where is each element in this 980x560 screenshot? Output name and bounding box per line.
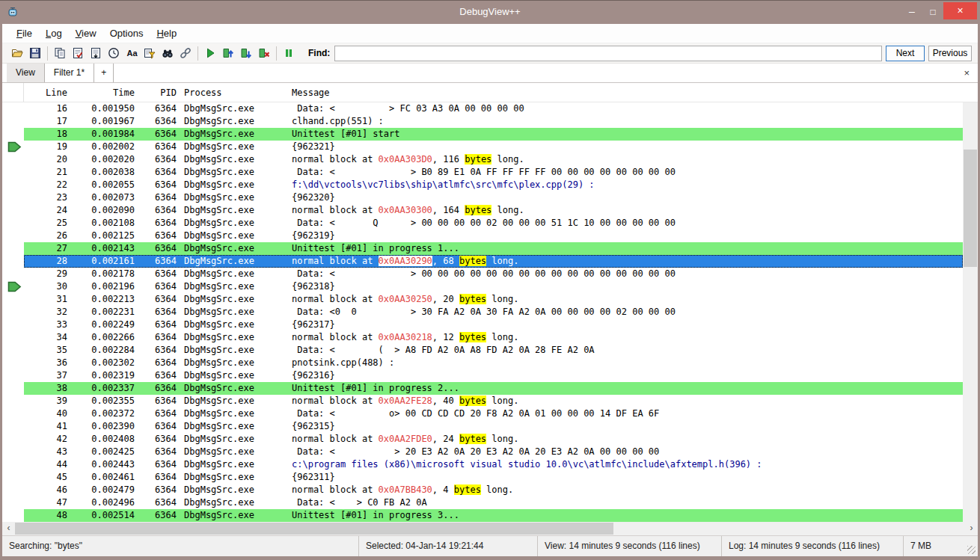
- column-header-time[interactable]: Time: [67, 87, 135, 98]
- column-header-pid[interactable]: PID: [135, 87, 177, 98]
- table-row[interactable]: 250.0021086364DbgMsgSrc.exe Data: < Q > …: [2, 217, 963, 230]
- table-row[interactable]: 460.0024796364DbgMsgSrc.exenormal block …: [2, 484, 963, 496]
- bookmark-up-button[interactable]: [219, 44, 237, 62]
- vertical-scrollbar-thumb[interactable]: [964, 150, 977, 267]
- cell-process: DbgMsgSrc.exe: [177, 280, 290, 293]
- row-gutter: [2, 344, 24, 357]
- row-body: 480.0025146364DbgMsgSrc.exeUnittest [#01…: [24, 509, 963, 522]
- status-selected: Selected: 04-Jan-14 19:21:44: [359, 536, 538, 556]
- cell-process: DbgMsgSrc.exe: [177, 204, 290, 217]
- copy-button[interactable]: [51, 44, 69, 62]
- row-gutter: [2, 369, 24, 382]
- log-grid: Line Time PID Process Message 160.001950…: [2, 83, 978, 522]
- table-row[interactable]: 420.0024086364DbgMsgSrc.exenormal block …: [2, 433, 963, 446]
- table-row[interactable]: 350.0022846364DbgMsgSrc.exe Data: < ( > …: [2, 344, 963, 357]
- table-row[interactable]: 440.0024436364DbgMsgSrc.exec:\program fi…: [2, 458, 963, 471]
- menu-item-log[interactable]: Log: [39, 24, 69, 43]
- bookmark-up-icon: [222, 47, 234, 59]
- table-row[interactable]: 390.0023556364DbgMsgSrc.exenormal block …: [2, 395, 963, 407]
- cell-process: DbgMsgSrc.exe: [177, 344, 290, 357]
- next-button[interactable]: Next: [886, 46, 925, 61]
- table-row[interactable]: 370.0023196364DbgMsgSrc.exe{962316}: [2, 369, 963, 382]
- cell-message: Data: < o> 00 CD CD CD 20 F8 A2 0A 01 00…: [290, 407, 963, 420]
- find-label: Find:: [308, 48, 330, 58]
- cell-message: Data: < > C0 FB A2 0A: [290, 496, 963, 509]
- column-header-line[interactable]: Line: [24, 87, 67, 98]
- table-row[interactable]: 190.0020026364DbgMsgSrc.exe{962321}: [2, 141, 963, 153]
- resize-grip[interactable]: [967, 546, 976, 554]
- scroll-left-arrow-icon[interactable]: ‹: [2, 522, 15, 535]
- table-row[interactable]: 450.0024616364DbgMsgSrc.exe{962311}: [2, 471, 963, 484]
- table-row[interactable]: 280.0021616364DbgMsgSrc.exenormal block …: [2, 255, 963, 268]
- find-input[interactable]: [334, 46, 882, 61]
- table-row[interactable]: 230.0020736364DbgMsgSrc.exe{962320}: [2, 191, 963, 204]
- table-row[interactable]: 430.0024256364DbgMsgSrc.exe Data: < > 20…: [2, 446, 963, 458]
- table-row[interactable]: 470.0024966364DbgMsgSrc.exe Data: < > C0…: [2, 496, 963, 509]
- cell-process: DbgMsgSrc.exe: [177, 357, 290, 369]
- open-button[interactable]: [8, 44, 26, 62]
- cell-line: 19: [24, 141, 67, 153]
- bookmark-remove-button[interactable]: [255, 44, 273, 62]
- clear-button[interactable]: [69, 44, 87, 62]
- tab-add[interactable]: +: [94, 64, 114, 82]
- vertical-scrollbar[interactable]: [963, 102, 978, 522]
- table-row[interactable]: 200.0020206364DbgMsgSrc.exenormal block …: [2, 153, 963, 166]
- bookmark-down-button[interactable]: [237, 44, 255, 62]
- table-row[interactable]: 310.0022136364DbgMsgSrc.exenormal block …: [2, 293, 963, 306]
- table-row[interactable]: 330.0022496364DbgMsgSrc.exe{962317}: [2, 319, 963, 331]
- table-row[interactable]: 240.0020906364DbgMsgSrc.exenormal block …: [2, 204, 963, 217]
- autoscroll-button[interactable]: [87, 44, 105, 62]
- table-row[interactable]: 160.0019506364DbgMsgSrc.exe Data: < > FC…: [2, 102, 963, 115]
- cell-pid: 6364: [135, 115, 177, 128]
- toolbar-separator: [197, 46, 198, 61]
- table-row[interactable]: 380.0023376364DbgMsgSrc.exeUnittest [#01…: [2, 382, 963, 395]
- row-gutter: [2, 496, 24, 509]
- table-row[interactable]: 210.0020386364DbgMsgSrc.exe Data: < > B0…: [2, 166, 963, 179]
- table-row[interactable]: 290.0021786364DbgMsgSrc.exe Data: < > 00…: [2, 268, 963, 280]
- table-row[interactable]: 410.0023906364DbgMsgSrc.exe{962315}: [2, 420, 963, 433]
- table-row[interactable]: 320.0022316364DbgMsgSrc.exe Data: <0 0 >…: [2, 306, 963, 319]
- table-row[interactable]: 360.0023026364DbgMsgSrc.exepnotsink.cpp(…: [2, 357, 963, 369]
- time-button[interactable]: [105, 44, 123, 62]
- link-button[interactable]: [177, 44, 195, 62]
- minimize-button[interactable]: –: [901, 4, 922, 20]
- filter-button[interactable]: [141, 44, 159, 62]
- menu-item-file[interactable]: File: [10, 24, 39, 43]
- menu-item-help[interactable]: Help: [150, 24, 183, 43]
- tab-filter-1-[interactable]: Filter 1*: [45, 64, 94, 82]
- table-row[interactable]: 480.0025146364DbgMsgSrc.exeUnittest [#01…: [2, 509, 963, 522]
- cell-process: DbgMsgSrc.exe: [177, 255, 290, 268]
- maximize-button[interactable]: □: [922, 4, 943, 20]
- table-row[interactable]: 180.0019846364DbgMsgSrc.exeUnittest [#01…: [2, 128, 963, 141]
- table-row[interactable]: 300.0021966364DbgMsgSrc.exe{962318}: [2, 280, 963, 293]
- horizontal-scrollbar[interactable]: ‹ ›: [2, 522, 978, 535]
- row-body: 160.0019506364DbgMsgSrc.exe Data: < > FC…: [24, 102, 963, 115]
- cell-line: 46: [24, 484, 67, 496]
- menu-item-options[interactable]: Options: [103, 24, 150, 43]
- tab-close-icon[interactable]: ×: [964, 68, 970, 78]
- row-gutter: [2, 331, 24, 344]
- table-row[interactable]: 260.0021256364DbgMsgSrc.exe{962319}: [2, 230, 963, 242]
- table-row[interactable]: 270.0021436364DbgMsgSrc.exeUnittest [#01…: [2, 242, 963, 255]
- save-button[interactable]: [26, 44, 44, 62]
- previous-button[interactable]: Previous: [928, 46, 972, 61]
- row-gutter: [2, 115, 24, 128]
- menu-item-view[interactable]: View: [69, 24, 103, 43]
- font-button[interactable]: Aa: [123, 44, 141, 62]
- close-button[interactable]: ×: [943, 2, 977, 19]
- table-row[interactable]: 220.0020556364DbgMsgSrc.exef:\dd\vctools…: [2, 179, 963, 191]
- table-row[interactable]: 170.0019676364DbgMsgSrc.execlhand.cpp(55…: [2, 115, 963, 128]
- column-header-message[interactable]: Message: [290, 87, 978, 98]
- horizontal-scrollbar-thumb[interactable]: [15, 523, 613, 535]
- column-header-process[interactable]: Process: [177, 87, 290, 98]
- pause-button[interactable]: [280, 44, 298, 62]
- tab-view[interactable]: View: [7, 64, 45, 82]
- row-gutter: [2, 433, 24, 446]
- cell-pid: 6364: [135, 217, 177, 230]
- run-button[interactable]: [201, 44, 219, 62]
- table-row[interactable]: 400.0023726364DbgMsgSrc.exe Data: < o> 0…: [2, 407, 963, 420]
- find-button[interactable]: [159, 44, 177, 62]
- scroll-right-arrow-icon[interactable]: ›: [965, 522, 978, 535]
- cell-line: 47: [24, 496, 67, 509]
- table-row[interactable]: 340.0022666364DbgMsgSrc.exenormal block …: [2, 331, 963, 344]
